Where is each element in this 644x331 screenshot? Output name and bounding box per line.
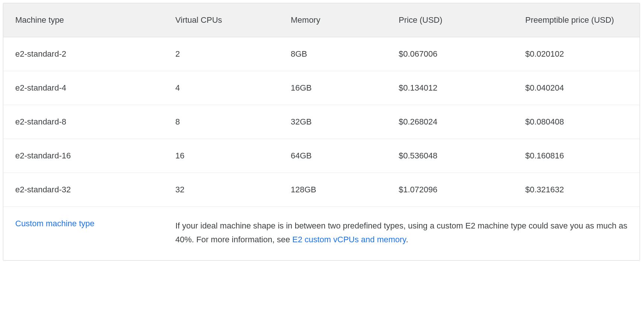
cell-machine-type: e2-standard-4 — [3, 71, 163, 105]
cell-price: $0.067006 — [387, 37, 513, 71]
table-row: e2-standard-32 32 128GB $1.072096 $0.321… — [3, 173, 640, 207]
cell-memory: 64GB — [279, 139, 387, 173]
cell-memory: 16GB — [279, 71, 387, 105]
header-price: Price (USD) — [387, 3, 513, 37]
cell-machine-type: e2-standard-8 — [3, 105, 163, 139]
table-header-row: Machine type Virtual CPUs Memory Price (… — [3, 3, 640, 37]
pricing-table: Machine type Virtual CPUs Memory Price (… — [3, 3, 640, 261]
header-memory: Memory — [279, 3, 387, 37]
header-preemptible-price: Preemptible price (USD) — [513, 3, 640, 37]
cell-preemptible-price: $0.080408 — [513, 105, 640, 139]
header-machine-type: Machine type — [3, 3, 163, 37]
cell-virtual-cpus: 2 — [163, 37, 279, 71]
cell-machine-type: e2-standard-32 — [3, 173, 163, 207]
table-row: e2-standard-2 2 8GB $0.067006 $0.020102 — [3, 37, 640, 71]
cell-machine-type: e2-standard-16 — [3, 139, 163, 173]
cell-preemptible-price: $0.160816 — [513, 139, 640, 173]
cell-preemptible-price: $0.040204 — [513, 71, 640, 105]
cell-virtual-cpus: 32 — [163, 173, 279, 207]
cell-preemptible-price: $0.321632 — [513, 173, 640, 207]
e2-custom-vcpus-link[interactable]: E2 custom vCPUs and memory — [292, 235, 406, 244]
cell-price: $0.536048 — [387, 139, 513, 173]
cell-virtual-cpus: 4 — [163, 71, 279, 105]
cell-price: $0.134012 — [387, 71, 513, 105]
table-row: e2-standard-16 16 64GB $0.536048 $0.1608… — [3, 139, 640, 173]
cell-price: $0.268024 — [387, 105, 513, 139]
custom-machine-type-link[interactable]: Custom machine type — [15, 219, 95, 228]
table-footer-row: Custom machine type If your ideal machin… — [3, 207, 640, 260]
cell-memory: 128GB — [279, 173, 387, 207]
cell-machine-type: e2-standard-2 — [3, 37, 163, 71]
cell-virtual-cpus: 16 — [163, 139, 279, 173]
table-row: e2-standard-8 8 32GB $0.268024 $0.080408 — [3, 105, 640, 139]
cell-price: $1.072096 — [387, 173, 513, 207]
cell-memory: 32GB — [279, 105, 387, 139]
cell-preemptible-price: $0.020102 — [513, 37, 640, 71]
cell-virtual-cpus: 8 — [163, 105, 279, 139]
table-row: e2-standard-4 4 16GB $0.134012 $0.040204 — [3, 71, 640, 105]
cell-memory: 8GB — [279, 37, 387, 71]
custom-machine-type-description: If your ideal machine shape is in betwee… — [163, 207, 640, 260]
header-virtual-cpus: Virtual CPUs — [163, 3, 279, 37]
footer-desc-suffix: . — [406, 235, 408, 244]
